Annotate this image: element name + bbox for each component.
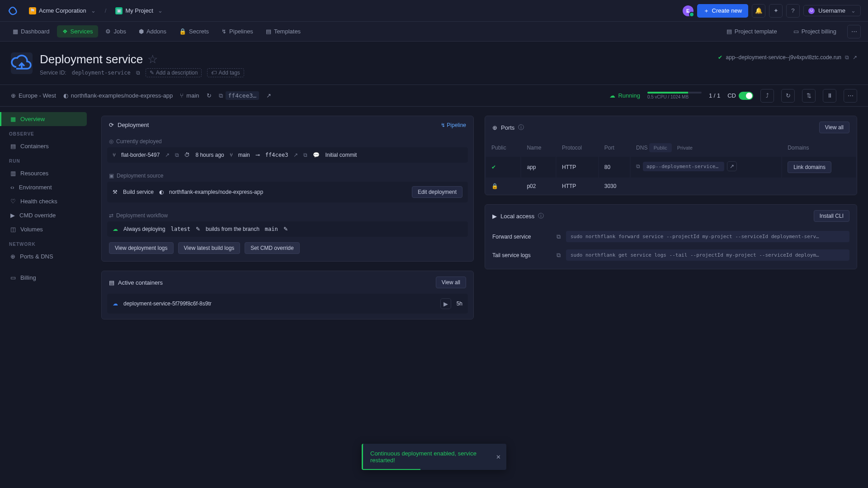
project-more-button[interactable]: ⋯ — [847, 25, 861, 38]
service-id: deployment-service — [72, 70, 131, 76]
pause-button[interactable]: ⏸ — [823, 89, 836, 103]
tab-services[interactable]: ❖Services — [57, 25, 99, 38]
toast-close-button[interactable]: ✕ — [496, 454, 501, 460]
refresh-button[interactable]: ↻ — [207, 92, 212, 99]
container-terminal-button[interactable]: ▶ — [440, 298, 451, 309]
project-template-button[interactable]: ▤Project template — [721, 25, 783, 38]
view-all-containers-button[interactable]: View all — [436, 277, 466, 288]
sidebar-overview[interactable]: ▦Overview — [0, 112, 87, 126]
scale-button[interactable]: ⇅ — [802, 89, 816, 103]
install-cli-button[interactable]: Install CLI — [814, 210, 849, 222]
tail-command[interactable]: sudo northflank get service logs --tail … — [566, 249, 849, 261]
sidebar-environment[interactable]: ‹›Environment — [0, 180, 90, 194]
container-row[interactable]: ☁ deployment-service-5f799f8c6f-8s9tr ▶ … — [107, 294, 468, 314]
tab-secrets[interactable]: 🔒Secrets — [174, 25, 214, 38]
currently-deployed-label: ◎Currently deployed — [102, 134, 473, 147]
sidebar-section-network: NETWORK — [0, 236, 90, 249]
resource-usage: 0.5 vCPU / 1024 MB — [647, 92, 702, 99]
tab-templates[interactable]: ▤Templates — [260, 25, 306, 38]
view-deploy-logs-button[interactable]: View deployment logs — [109, 242, 174, 254]
grid-icon: ▦ — [10, 116, 16, 122]
breadcrumb: ⚑ Acme Corporation ⌄ / ▣ My Project ⌄ — [25, 5, 166, 16]
forward-service-row: Forward service ⧉ sudo northflank forwar… — [485, 227, 857, 246]
status-bar: ⊕Europe - West ◐northflank-examples/node… — [0, 85, 868, 107]
external-link-icon[interactable]: ↗ — [853, 54, 857, 61]
deployment-workflow-row: ☁ Always deploying latest ✎ builds from … — [107, 221, 468, 237]
copy-icon[interactable]: ⧉ — [845, 54, 849, 61]
github-icon: ◐ — [159, 189, 164, 195]
external-link-icon[interactable]: ↗ — [165, 152, 170, 158]
template-icon: ▤ — [726, 28, 732, 35]
forward-command[interactable]: sudo northflank forward service --projec… — [566, 231, 849, 242]
sidebar-containers[interactable]: ▤Containers — [0, 139, 90, 153]
external-link-icon[interactable]: ↗ — [293, 152, 298, 158]
sidebar-volumes[interactable]: ◫Volumes — [0, 222, 90, 236]
tab-dashboard[interactable]: ▦Dashboard — [7, 25, 55, 38]
copy-icon[interactable]: ⧉ — [557, 252, 561, 259]
tab-pipelines[interactable]: ↯Pipelines — [216, 25, 259, 38]
service-icon — [11, 52, 33, 74]
project-billing-button[interactable]: ▭Project billing — [788, 25, 842, 38]
set-cmd-override-button[interactable]: Set CMD override — [245, 242, 299, 254]
help-icon[interactable]: ⓘ — [538, 212, 544, 220]
deploy-icon: ⟳ — [109, 122, 114, 128]
toast-notification: Continuous deployment enabled, service r… — [362, 444, 506, 470]
branch-icon: ⑂ — [180, 92, 184, 99]
terminal-icon: ▶ — [492, 213, 497, 220]
link-domains-button[interactable]: Link domains — [788, 161, 831, 173]
project-selector[interactable]: ▣ My Project ⌄ — [112, 5, 166, 16]
org-selector[interactable]: ⚑ Acme Corporation ⌄ — [25, 5, 99, 16]
port-protocol: HTTP — [557, 157, 598, 178]
sidebar-cmd[interactable]: ▶CMD override — [0, 208, 90, 222]
active-containers-title: Active containers — [118, 279, 163, 286]
upload-button[interactable]: ⤴ — [760, 89, 774, 103]
copy-icon[interactable]: ⧉ — [219, 92, 223, 99]
help-icon[interactable]: ⓘ — [518, 123, 524, 131]
external-link-icon[interactable]: ↗ — [727, 161, 737, 171]
view-all-ports-button[interactable]: View all — [819, 122, 849, 133]
user-menu[interactable]: U Username ⌄ — [803, 5, 861, 16]
help-button[interactable]: ? — [786, 4, 800, 18]
sidebar-resources[interactable]: ▥Resources — [0, 166, 90, 180]
edit-deployment-button[interactable]: Edit deployment — [412, 186, 462, 198]
project-nav: ▦Dashboard ❖Services ⚙Jobs ⬢Addons 🔒Secr… — [0, 22, 868, 42]
scale-icon: ⇅ — [807, 92, 811, 99]
cd-toggle[interactable] — [739, 92, 753, 100]
restart-button[interactable]: ↻ — [781, 89, 795, 103]
dns-private-pill[interactable]: Private — [673, 143, 697, 152]
deployment-source-label: ▣Deployment source — [102, 168, 473, 182]
tab-addons[interactable]: ⬢Addons — [133, 25, 172, 38]
sidebar-health[interactable]: ♡Health checks — [0, 194, 90, 208]
build-name[interactable]: flat-border-5497 — [121, 152, 160, 158]
star-icon[interactable]: ☆ — [147, 52, 158, 66]
copy-icon[interactable]: ⧉ — [557, 233, 561, 240]
add-description-button[interactable]: ✎Add a description — [146, 68, 202, 77]
create-new-button[interactable]: ＋ Create new — [697, 4, 748, 18]
tab-jobs[interactable]: ⚙Jobs — [100, 25, 131, 38]
brand-logo[interactable] — [7, 5, 18, 16]
copy-icon[interactable]: ⧉ — [175, 152, 179, 158]
chip-icon: ▥ — [10, 170, 16, 177]
pencil-icon[interactable]: ✎ — [196, 226, 200, 232]
repo-link[interactable]: ◐northflank-examples/node-express-app — [63, 92, 173, 99]
pencil-icon[interactable]: ✎ — [283, 226, 288, 232]
view-build-logs-button[interactable]: View latest build logs — [178, 242, 241, 254]
cloud-check-icon: ☁ — [113, 226, 118, 232]
more-actions-button[interactable]: ⋯ — [844, 89, 857, 103]
copy-icon[interactable]: ⧉ — [636, 163, 640, 169]
build-branch: main — [238, 152, 250, 158]
pipeline-link[interactable]: ↯ Pipeline — [441, 122, 466, 128]
dns-public-pill[interactable]: Public — [649, 143, 672, 152]
external-link-button[interactable]: ↗ — [266, 92, 271, 99]
sidebar-ports[interactable]: ⊕Ports & DNS — [0, 249, 90, 263]
shield-check-icon: ✔ — [718, 54, 722, 61]
copy-icon[interactable]: ⧉ — [136, 70, 140, 76]
source-repo[interactable]: northflank-examples/node-express-app — [169, 189, 263, 195]
activity-button[interactable]: ✦ — [769, 4, 783, 18]
branch-label[interactable]: ⑂main — [180, 92, 199, 99]
notifications-button[interactable]: 🔔 — [752, 4, 765, 18]
sidebar-billing[interactable]: ▭Billing — [0, 271, 90, 285]
add-tags-button[interactable]: 🏷Add tags — [207, 68, 244, 77]
copy-icon[interactable]: ⧉ — [303, 152, 307, 158]
user-avatar-badge[interactable]: E — [683, 5, 693, 16]
